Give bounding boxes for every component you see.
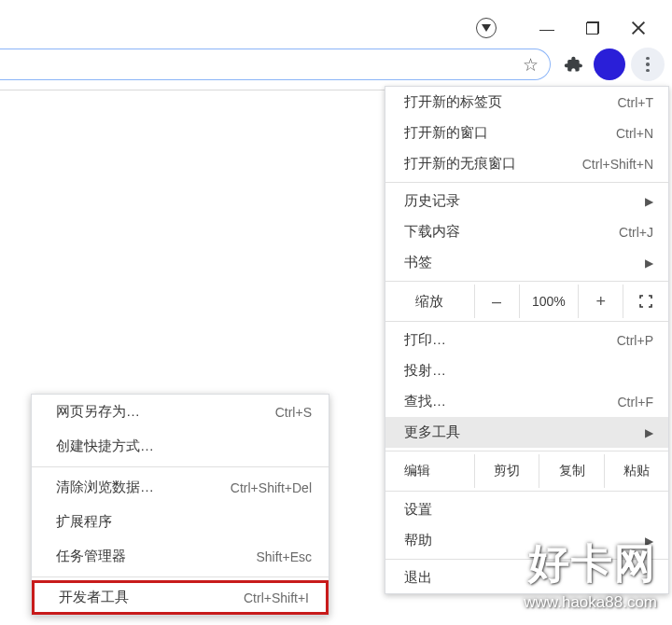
menu-label: 任务管理器 (56, 548, 256, 565)
menu-label: 查找… (404, 393, 618, 410)
menu-label: 更多工具 (404, 424, 639, 441)
menu-new-incognito[interactable]: 打开新的无痕窗口 Ctrl+Shift+N (385, 148, 668, 179)
menu-label: 打印… (404, 331, 617, 349)
menu-shortcut: Shift+Esc (256, 549, 312, 564)
close-button[interactable] (631, 21, 646, 35)
submenu-arrow-icon: ▶ (645, 195, 653, 208)
menu-label: 书签 (404, 254, 639, 271)
menu-shortcut: Ctrl+J (619, 225, 653, 240)
menu-separator (385, 491, 668, 492)
menu-bookmarks[interactable]: 书签 ▶ (385, 247, 668, 278)
window-controls (373, 11, 672, 45)
menu-label: 网页另存为… (56, 403, 275, 421)
menu-label: 打开新的无痕窗口 (404, 155, 582, 173)
menu-find[interactable]: 查找… Ctrl+F (385, 386, 668, 417)
restore-button[interactable] (586, 21, 599, 35)
account-dropdown-icon[interactable] (476, 18, 497, 38)
zoom-value: 100% (520, 285, 580, 318)
menu-shortcut: Ctrl+P (617, 333, 653, 348)
edit-cut[interactable]: 剪切 (474, 454, 539, 488)
fullscreen-button[interactable] (623, 285, 668, 318)
menu-shortcut: Ctrl+F (618, 395, 654, 410)
chrome-main-menu: 打开新的标签页 Ctrl+T 打开新的窗口 Ctrl+N 打开新的无痕窗口 Ct… (385, 86, 669, 594)
menu-shortcut: Ctrl+Shift+I (244, 590, 309, 605)
menu-shortcut: Ctrl+S (275, 405, 312, 420)
menu-print[interactable]: 打印… Ctrl+P (385, 325, 668, 355)
menu-label: 打开新的标签页 (404, 93, 618, 111)
menu-settings[interactable]: 设置 (385, 494, 668, 525)
submenu-dev-tools[interactable]: 开发者工具 Ctrl+Shift+I (32, 580, 329, 615)
menu-label: 下载内容 (404, 223, 619, 241)
menu-shortcut: Ctrl+Shift+Del (231, 480, 312, 495)
menu-separator (32, 576, 329, 577)
menu-shortcut: Ctrl+Shift+N (582, 157, 653, 172)
menu-new-tab[interactable]: 打开新的标签页 Ctrl+T (385, 87, 668, 118)
more-tools-submenu: 网页另存为… Ctrl+S 创建快捷方式… 清除浏览数据… Ctrl+Shift… (31, 394, 329, 616)
zoom-in-button[interactable]: + (579, 285, 623, 318)
submenu-task-manager[interactable]: 任务管理器 Shift+Esc (32, 539, 329, 574)
edit-copy[interactable]: 复制 (539, 454, 603, 488)
submenu-extensions[interactable]: 扩展程序 (32, 505, 329, 539)
menu-separator (385, 281, 668, 282)
watermark: 好卡网 www.haoka88.com (524, 536, 657, 612)
bookmark-star-icon[interactable]: ☆ (523, 54, 539, 76)
menu-separator (385, 321, 668, 322)
edit-label: 编辑 (385, 454, 474, 488)
submenu-arrow-icon: ▶ (645, 426, 653, 439)
divider (0, 90, 387, 90)
chrome-menu-button[interactable] (631, 48, 665, 81)
menu-label: 打开新的窗口 (404, 124, 616, 142)
submenu-create-shortcut[interactable]: 创建快捷方式… (32, 429, 329, 464)
svg-marker-0 (482, 24, 491, 32)
menu-shortcut: Ctrl+N (616, 126, 653, 141)
menu-cast[interactable]: 投射… (385, 355, 668, 386)
menu-edit-row: 编辑 剪切 复制 粘贴 (385, 454, 668, 488)
address-bar[interactable]: ☆ (0, 49, 551, 80)
menu-label: 扩展程序 (56, 513, 312, 531)
menu-label: 开发者工具 (59, 589, 244, 606)
watermark-url: www.haoka88.com (524, 593, 657, 612)
menu-label: 创建快捷方式… (56, 438, 312, 455)
menu-shortcut: Ctrl+T (618, 95, 654, 110)
submenu-save-as[interactable]: 网页另存为… Ctrl+S (32, 395, 329, 429)
menu-separator (385, 451, 668, 451)
minimize-button[interactable] (539, 30, 554, 32)
submenu-clear-data[interactable]: 清除浏览数据… Ctrl+Shift+Del (32, 470, 329, 505)
menu-more-tools[interactable]: 更多工具 ▶ (385, 417, 668, 448)
browser-toolbar: ☆ (0, 46, 672, 83)
submenu-arrow-icon: ▶ (645, 257, 653, 270)
menu-history[interactable]: 历史记录 ▶ (385, 186, 668, 216)
menu-new-window[interactable]: 打开新的窗口 Ctrl+N (385, 118, 668, 148)
menu-label: 投射… (404, 362, 653, 380)
menu-separator (32, 466, 329, 467)
zoom-label: 缩放 (385, 285, 475, 318)
menu-separator (385, 182, 668, 183)
edit-paste[interactable]: 粘贴 (604, 454, 668, 488)
menu-downloads[interactable]: 下载内容 Ctrl+J (385, 216, 668, 247)
zoom-out-button[interactable]: – (475, 285, 520, 318)
watermark-title: 好卡网 (524, 536, 657, 591)
profile-avatar[interactable] (594, 49, 625, 80)
menu-label: 设置 (404, 501, 653, 519)
menu-label: 历史记录 (404, 192, 639, 210)
menu-label: 清除浏览数据… (56, 479, 231, 496)
menu-zoom: 缩放 – 100% + (385, 285, 668, 318)
extensions-icon[interactable] (564, 55, 582, 74)
